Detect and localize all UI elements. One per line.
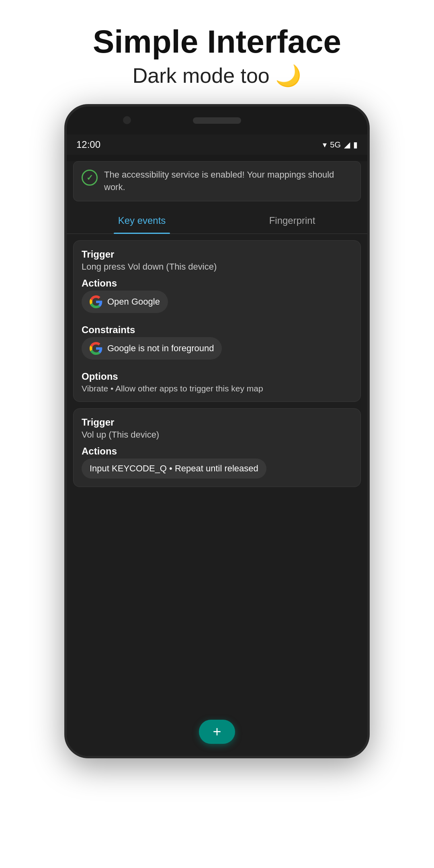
wifi-icon: ▾ [323, 140, 327, 149]
google-logo-icon [90, 295, 102, 308]
banner-text: The accessibility service is enabled! Yo… [104, 169, 352, 194]
options-value-1: Vibrate • Allow other apps to trigger th… [82, 384, 352, 393]
battery-icon: ▮ [353, 140, 358, 149]
page-wrapper: Simple Interface Dark mode too 🌙 12:00 ▾… [0, 0, 434, 868]
signal-icon: ◢ [344, 140, 350, 149]
phone-top [67, 106, 367, 135]
status-icons: ▾ 5G ◢ ▮ [323, 140, 358, 149]
camera-dot [123, 116, 131, 124]
constraints-label-1: Constraints [82, 324, 352, 336]
trigger-label-1: Trigger [82, 249, 352, 260]
mapping-card-1: Trigger Long press Vol down (This device… [73, 240, 361, 402]
phone-frame: 12:00 ▾ 5G ◢ ▮ The accessibility service… [64, 104, 370, 758]
trigger-value-2: Vol up (This device) [82, 430, 352, 440]
status-bar: 12:00 ▾ 5G ◢ ▮ [67, 135, 367, 155]
keycode-chip[interactable]: Input KEYCODE_Q • Repeat until released [82, 459, 266, 479]
mapping-card-2: Trigger Vol up (This device) Actions Inp… [73, 408, 361, 487]
network-label: 5G [330, 140, 341, 149]
fab-add-button[interactable]: + [199, 720, 235, 744]
page-title: Simple Interface [93, 24, 341, 59]
google-logo-constraint-icon [90, 342, 102, 355]
accessibility-banner: The accessibility service is enabled! Yo… [73, 161, 361, 201]
volume-down-button[interactable] [368, 259, 370, 283]
phone-speaker [193, 117, 241, 124]
trigger-value-1: Long press Vol down (This device) [82, 262, 352, 272]
options-label-1: Options [82, 371, 352, 382]
status-time: 12:00 [76, 139, 100, 150]
page-subtitle: Dark mode too 🌙 [93, 63, 341, 88]
check-icon [82, 170, 98, 186]
header-section: Simple Interface Dark mode too 🌙 [77, 0, 357, 104]
tab-key-events[interactable]: Key events [67, 208, 217, 233]
actions-label-1: Actions [82, 278, 352, 289]
cards-container: Trigger Long press Vol down (This device… [67, 234, 367, 493]
constraint-chip[interactable]: Google is not in foreground [82, 337, 222, 360]
open-google-text: Open Google [107, 297, 160, 307]
keycode-text: Input KEYCODE_Q • Repeat until released [90, 463, 258, 474]
tab-fingerprint[interactable]: Fingerprint [217, 208, 367, 233]
open-google-chip[interactable]: Open Google [82, 291, 168, 313]
constraint-text: Google is not in foreground [107, 343, 214, 354]
trigger-label-2: Trigger [82, 417, 352, 428]
screen-content: The accessibility service is enabled! Yo… [67, 161, 367, 756]
actions-label-2: Actions [82, 446, 352, 457]
fab-plus-icon: + [213, 725, 221, 739]
tabs: Key events Fingerprint [67, 208, 367, 234]
volume-up-button[interactable] [368, 227, 370, 251]
